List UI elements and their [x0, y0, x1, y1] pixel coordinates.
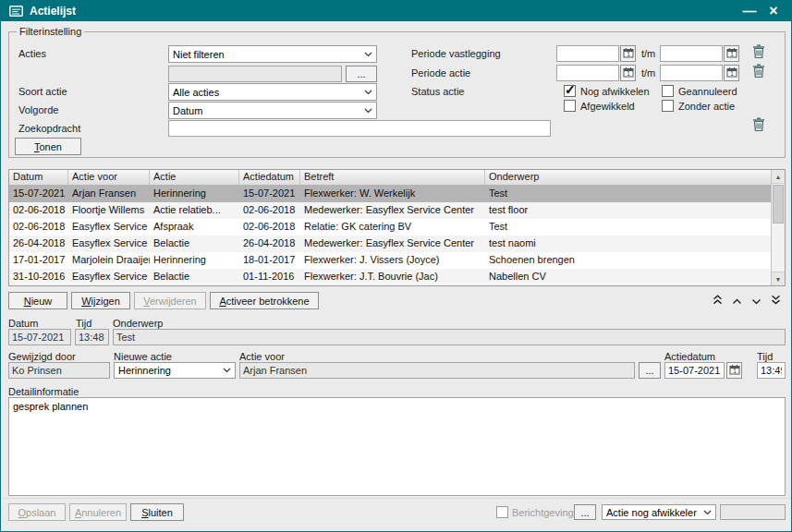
calendar-icon: 1: [623, 47, 634, 61]
periode-actie-from-calendar-button[interactable]: 1: [620, 65, 636, 81]
table-row[interactable]: 15-07-2021 Arjan Fransen Herinnering 15-…: [9, 186, 771, 202]
sluiten-label: Sluiten: [141, 507, 173, 518]
minimize-button[interactable]: —: [740, 2, 759, 20]
berichtgeving-checkbox[interactable]: [496, 506, 508, 518]
berichtgeving-browse-button[interactable]: ...: [574, 504, 596, 520]
periode-actie-to-calendar-button[interactable]: 1: [724, 65, 739, 81]
cell-actie-voor: Easyflex Service ...: [68, 236, 150, 252]
calendar-icon: 1: [726, 47, 737, 61]
actie-voor-browse-button[interactable]: ...: [639, 362, 661, 379]
actielijst-window: Actielijst — × Filterinstelling Acties N…: [0, 0, 792, 532]
status-geannuleerd-checkbox[interactable]: [662, 85, 674, 97]
svg-text:1: 1: [627, 51, 630, 57]
tijd2-label: Tijd: [757, 351, 773, 362]
volgorde-select[interactable]: Datum: [168, 102, 377, 119]
actielijst-icon: [9, 6, 23, 17]
tijd2-input[interactable]: [757, 362, 786, 379]
scroll-previous-button[interactable]: [728, 293, 746, 308]
periode-vastlegging-from-calendar-button[interactable]: 1: [620, 45, 636, 62]
table-row[interactable]: 31-10-2016 Easyflex Service ... Belactie…: [9, 269, 771, 285]
sluiten-button[interactable]: Sluiten: [130, 503, 184, 521]
scroll-next-button[interactable]: [748, 293, 765, 308]
opslaan-button[interactable]: Opslaan: [8, 503, 66, 521]
detailinformatie-textarea[interactable]: gesprek plannen: [8, 397, 786, 496]
column-header-betreft[interactable]: Betreft: [300, 170, 485, 185]
table-body: 15-07-2021 Arjan Fransen Herinnering 15-…: [9, 186, 771, 285]
status-nog-afwikkelen-checkbox[interactable]: [564, 85, 576, 97]
trash-icon: [752, 64, 765, 81]
cell-betreft: Flexwerker: W. Werkelijk: [300, 186, 485, 202]
wijzigen-label: Wijzigen: [81, 296, 120, 307]
cell-datum: 15-07-2021: [9, 186, 68, 202]
periode-vastlegging-clear-button[interactable]: [749, 43, 769, 62]
volgorde-label: Volgorde: [18, 104, 58, 115]
svg-text:1: 1: [730, 70, 734, 77]
column-header-actie-voor[interactable]: Actie voor: [68, 170, 150, 185]
table-scrollbar[interactable]: ▲ ▼: [771, 170, 785, 285]
zoekopdracht-input[interactable]: [168, 120, 551, 137]
cell-datum: 26-04-2018: [9, 236, 68, 252]
periode-vastlegging-to-input[interactable]: [660, 45, 723, 62]
nieuwe-actie-select[interactable]: Herinnering: [114, 362, 236, 379]
scroll-down-arrow[interactable]: ▼: [772, 272, 785, 285]
annuleren-button[interactable]: Annuleren: [69, 503, 127, 521]
column-header-datum[interactable]: Datum: [9, 170, 68, 185]
verwijderen-button[interactable]: Verwijderen: [134, 292, 206, 309]
table-row[interactable]: 17-01-2017 Marjolein Draaijer Herinnerin…: [9, 252, 771, 269]
table-row[interactable]: 02-06-2018 Floortje Willems Actie relati…: [9, 202, 771, 219]
periode-vastlegging-to-calendar-button[interactable]: 1: [724, 45, 739, 62]
column-header-actie[interactable]: Actie: [150, 170, 239, 185]
acties-select[interactable]: Niet filteren: [168, 45, 377, 63]
cell-actiedatum: 02-06-2018: [239, 219, 300, 236]
wijzigen-button[interactable]: Wijzigen: [71, 292, 130, 309]
actiedatum-calendar-button[interactable]: 1: [726, 362, 742, 379]
cell-actie-voor: Arjan Fransen: [68, 186, 150, 202]
cell-actiedatum: 01-11-2016: [239, 269, 300, 285]
actiedatum-input[interactable]: [664, 362, 725, 379]
periode-actie-clear-button[interactable]: [749, 63, 769, 81]
detail-datum-value: 15-07-2021: [12, 332, 64, 343]
tm-label: t/m: [641, 48, 655, 59]
scroll-up-arrow[interactable]: ▲: [772, 170, 785, 184]
scroll-first-button[interactable]: [709, 293, 726, 308]
calendar-icon: 1: [623, 66, 634, 80]
nieuw-button[interactable]: Nieuw: [8, 292, 67, 309]
close-button[interactable]: ×: [764, 2, 783, 20]
status-afgewikkeld-label: Afgewikkeld: [580, 101, 635, 112]
activeer-betrokkene-button[interactable]: Activeer betrokkene: [210, 292, 319, 309]
cell-onderwerp: test naomi: [485, 236, 771, 252]
svg-text:1: 1: [730, 51, 734, 57]
table-row[interactable]: 02-06-2018 Easyflex Service ... Afspraak…: [9, 219, 771, 236]
cell-actie: Belactie: [150, 236, 239, 252]
periode-actie-to-input[interactable]: [660, 65, 723, 81]
tonen-button[interactable]: Tonen: [15, 138, 81, 155]
actie-status-select-value: Actie nog afwikkeler: [606, 507, 697, 518]
actie-status-select[interactable]: Actie nog afwikkeler: [602, 504, 716, 520]
detail-tijd-field: 13:48: [75, 329, 109, 345]
nieuwe-actie-select-value: Herinnering: [118, 365, 171, 376]
cell-datum: 31-10-2016: [9, 269, 68, 285]
calendar-icon: 1: [729, 364, 740, 378]
column-header-actiedatum[interactable]: Actiedatum: [239, 170, 300, 185]
cell-betreft: Flexwerker: J. Vissers (Joyce): [300, 252, 485, 269]
actiedatum-label: Actiedatum: [664, 351, 715, 362]
table-row[interactable]: 26-04-2018 Easyflex Service ... Belactie…: [9, 236, 771, 252]
verwijderen-label: Verwijderen: [143, 296, 196, 307]
cell-onderwerp: Nabellen CV: [485, 269, 771, 285]
table-header: Datum Actie voor Actie Actiedatum Betref…: [9, 170, 771, 186]
periode-actie-from-input[interactable]: [556, 65, 619, 81]
scrollbar-thumb[interactable]: [773, 185, 784, 224]
soort-actie-select[interactable]: Alle acties: [168, 83, 377, 101]
column-header-onderwerp[interactable]: Onderwerp: [485, 170, 771, 185]
periode-vastlegging-from-input[interactable]: [556, 45, 619, 62]
cell-betreft: Medewerker: Easyflex Service Center: [300, 236, 485, 252]
cell-datum: 02-06-2018: [9, 219, 68, 236]
status-afgewikkeld-checkbox[interactable]: [564, 100, 576, 112]
zoekopdracht-clear-button[interactable]: [749, 116, 769, 135]
cell-onderwerp: test floor: [485, 202, 771, 219]
chevron-down-icon: [364, 108, 372, 114]
annuleren-label: Annuleren: [75, 507, 121, 518]
acties-browse-button[interactable]: ...: [346, 66, 377, 82]
scroll-last-button[interactable]: [767, 293, 785, 308]
status-zonder-actie-checkbox[interactable]: [662, 100, 674, 112]
